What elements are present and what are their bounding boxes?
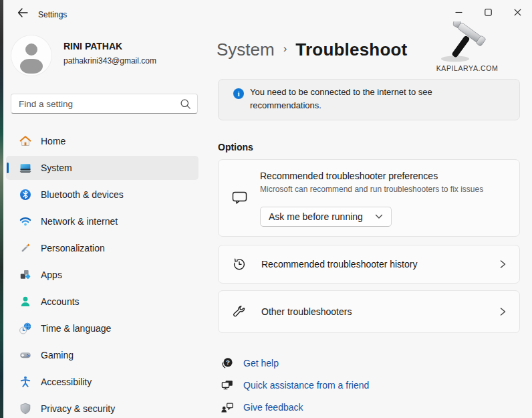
- give-feedback-icon: [221, 401, 234, 414]
- sidebar-item-gaming[interactable]: Gaming: [6, 343, 198, 367]
- other-troubleshooters-label: Other troubleshooters: [261, 306, 352, 317]
- footer-link-get-help[interactable]: ? Get help: [221, 356, 279, 371]
- options-heading: Options: [218, 142, 253, 152]
- sidebar-item-label: Privacy & security: [41, 403, 115, 414]
- sidebar-item-label: System: [41, 163, 72, 173]
- sidebar-item-label: Gaming: [41, 350, 74, 360]
- sidebar-item-label: Network & internet: [41, 216, 118, 227]
- sidebar-item-time-language[interactable]: Time & language: [6, 316, 198, 340]
- info-banner-message: You need to be connected to the internet…: [250, 86, 481, 112]
- preferences-title: Recommended troubleshooter preferences: [260, 171, 438, 181]
- footer-link-quick-assist[interactable]: Quick assistance from a friend: [221, 378, 369, 393]
- preferences-card: Recommended troubleshooter preferences M…: [218, 159, 520, 237]
- comment-icon: [232, 191, 247, 208]
- preferences-description: Microsoft can recommend and run troubles…: [260, 185, 483, 194]
- bluetooth-icon: [19, 188, 32, 201]
- sidebar-nav: Home System Bluetooth & devices Network …: [6, 129, 198, 418]
- window-title: Settings: [38, 10, 67, 19]
- personalization-icon: [19, 241, 32, 255]
- sidebar-item-bluetooth-devices[interactable]: Bluetooth & devices: [6, 183, 198, 207]
- breadcrumb: System › Troubleshoot: [217, 36, 407, 63]
- close-icon: [514, 9, 521, 16]
- accessibility-icon: [19, 375, 32, 389]
- gaming-icon: [19, 348, 32, 362]
- info-icon: i: [233, 88, 244, 99]
- maximize-button[interactable]: [473, 0, 503, 24]
- chevron-right-icon: [498, 306, 507, 317]
- maximize-icon: [485, 9, 492, 16]
- quick-assist-icon: [221, 379, 234, 392]
- sidebar-item-apps[interactable]: Apps: [6, 263, 198, 287]
- sidebar-item-label: Time & language: [41, 323, 111, 334]
- sidebar-item-label: Accessibility: [41, 377, 92, 387]
- svg-text:?: ?: [226, 358, 230, 366]
- history-row[interactable]: Recommended troubleshooter history: [218, 245, 520, 284]
- wrench-icon: [232, 304, 247, 319]
- home-icon: [19, 134, 32, 148]
- user-name: RINI PATHAK: [63, 41, 122, 51]
- close-button[interactable]: [503, 0, 532, 24]
- info-banner: i You need to be connected to the intern…: [218, 79, 520, 120]
- breadcrumb-parent[interactable]: System: [217, 39, 275, 60]
- sidebar-item-accessibility[interactable]: Accessibility: [6, 370, 198, 394]
- user-email: pathakrini343@gmail.com: [63, 56, 156, 66]
- page-title: Troubleshoot: [295, 39, 407, 60]
- sidebar-item-accounts[interactable]: Accounts: [6, 290, 198, 314]
- privacy-icon: [19, 402, 32, 415]
- footer-link-label: Quick assistance from a friend: [243, 380, 369, 391]
- chevron-down-icon: [375, 214, 383, 219]
- accounts-icon: [19, 295, 32, 308]
- breadcrumb-separator-icon: ›: [283, 42, 287, 56]
- network-icon: [19, 215, 32, 228]
- time-language-icon: [19, 322, 32, 335]
- settings-window: Settings RINI PATHAK pathakrini343@gmail…: [0, 0, 532, 418]
- sidebar-item-home[interactable]: Home: [6, 129, 198, 153]
- avatar: [11, 35, 52, 76]
- history-icon: [232, 257, 247, 272]
- preferences-dropdown[interactable]: Ask me before running: [260, 207, 392, 227]
- sidebar-item-label: Personalization: [41, 243, 105, 253]
- sidebar-item-label: Bluetooth & devices: [41, 189, 124, 200]
- sidebar-item-system[interactable]: System: [6, 156, 198, 180]
- sidebar-item-label: Apps: [41, 270, 62, 280]
- minimize-icon: [455, 9, 462, 16]
- back-button[interactable]: [12, 5, 33, 22]
- history-label: Recommended troubleshooter history: [261, 259, 417, 270]
- dropdown-selected-value: Ask me before running: [269, 211, 363, 222]
- get-help-icon: ?: [221, 356, 234, 370]
- minimize-button[interactable]: [444, 0, 473, 24]
- footer-link-give-feedback[interactable]: Give feedback: [221, 400, 303, 415]
- watermark-label: KAPILARYA.COM: [428, 64, 507, 72]
- search-box: [11, 94, 198, 114]
- apps-icon: [19, 268, 32, 282]
- search-input[interactable]: [19, 94, 179, 113]
- chevron-right-icon: [498, 259, 507, 270]
- search-icon: [180, 98, 191, 112]
- sidebar-item-privacy-security[interactable]: Privacy & security: [6, 397, 198, 418]
- system-icon: [19, 161, 32, 175]
- hammer-image: [436, 54, 498, 65]
- back-arrow-icon: [17, 8, 28, 19]
- sidebar-item-label: Accounts: [41, 296, 80, 307]
- sidebar-item-personalization[interactable]: Personalization: [6, 236, 198, 260]
- watermark: KAPILARYA.COM: [428, 21, 507, 72]
- footer-link-label: Give feedback: [243, 402, 303, 413]
- footer-link-label: Get help: [243, 358, 279, 369]
- other-troubleshooters-row[interactable]: Other troubleshooters: [218, 290, 520, 333]
- sidebar-item-network-internet[interactable]: Network & internet: [6, 209, 198, 233]
- sidebar-item-label: Home: [41, 136, 65, 146]
